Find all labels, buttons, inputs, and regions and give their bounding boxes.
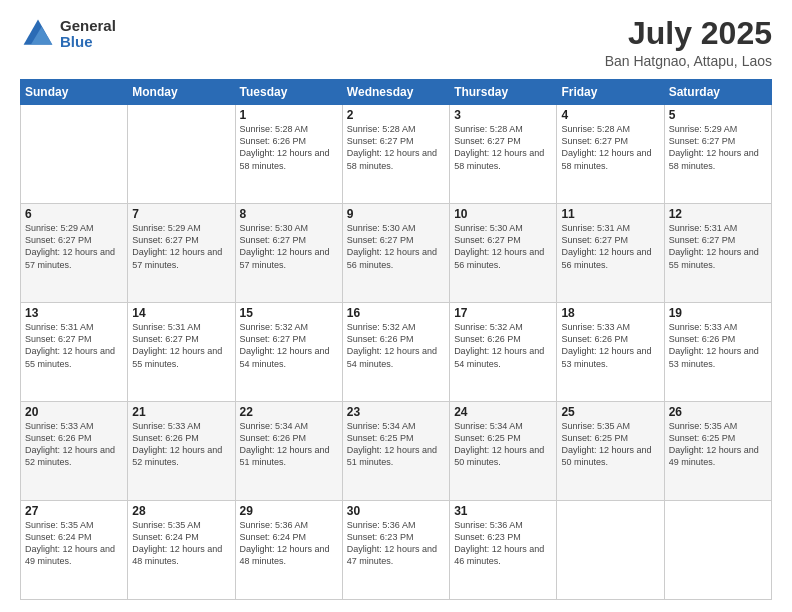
sunrise-text: Sunrise: 5:28 AM bbox=[561, 124, 630, 134]
daylight-text: Daylight: 12 hours and 56 minutes. bbox=[347, 247, 437, 269]
table-row: 20 Sunrise: 5:33 AM Sunset: 6:26 PM Dayl… bbox=[21, 402, 128, 501]
logo-icon bbox=[20, 16, 56, 52]
sunrise-text: Sunrise: 5:36 AM bbox=[347, 520, 416, 530]
logo-general-text: General bbox=[60, 18, 116, 35]
cell-info: Sunrise: 5:33 AM Sunset: 6:26 PM Dayligh… bbox=[561, 321, 659, 370]
cell-info: Sunrise: 5:35 AM Sunset: 6:25 PM Dayligh… bbox=[669, 420, 767, 469]
sunrise-text: Sunrise: 5:34 AM bbox=[347, 421, 416, 431]
daylight-text: Daylight: 12 hours and 54 minutes. bbox=[347, 346, 437, 368]
table-row: 19 Sunrise: 5:33 AM Sunset: 6:26 PM Dayl… bbox=[664, 303, 771, 402]
day-number: 26 bbox=[669, 405, 767, 419]
col-thursday: Thursday bbox=[450, 80, 557, 105]
daylight-text: Daylight: 12 hours and 57 minutes. bbox=[132, 247, 222, 269]
col-wednesday: Wednesday bbox=[342, 80, 449, 105]
cell-info: Sunrise: 5:35 AM Sunset: 6:25 PM Dayligh… bbox=[561, 420, 659, 469]
sunset-text: Sunset: 6:26 PM bbox=[240, 136, 307, 146]
sunrise-text: Sunrise: 5:33 AM bbox=[561, 322, 630, 332]
cell-info: Sunrise: 5:36 AM Sunset: 6:23 PM Dayligh… bbox=[347, 519, 445, 568]
cell-info: Sunrise: 5:33 AM Sunset: 6:26 PM Dayligh… bbox=[132, 420, 230, 469]
page: General Blue July 2025 Ban Hatgnao, Atta… bbox=[0, 0, 792, 612]
day-number: 25 bbox=[561, 405, 659, 419]
sunrise-text: Sunrise: 5:31 AM bbox=[132, 322, 201, 332]
daylight-text: Daylight: 12 hours and 52 minutes. bbox=[132, 445, 222, 467]
cell-info: Sunrise: 5:34 AM Sunset: 6:25 PM Dayligh… bbox=[454, 420, 552, 469]
sunset-text: Sunset: 6:24 PM bbox=[132, 532, 199, 542]
sunset-text: Sunset: 6:25 PM bbox=[454, 433, 521, 443]
calendar-week-5: 27 Sunrise: 5:35 AM Sunset: 6:24 PM Dayl… bbox=[21, 501, 772, 600]
day-number: 22 bbox=[240, 405, 338, 419]
daylight-text: Daylight: 12 hours and 55 minutes. bbox=[669, 247, 759, 269]
sunset-text: Sunset: 6:24 PM bbox=[25, 532, 92, 542]
sunset-text: Sunset: 6:27 PM bbox=[347, 136, 414, 146]
day-number: 29 bbox=[240, 504, 338, 518]
calendar-table: Sunday Monday Tuesday Wednesday Thursday… bbox=[20, 79, 772, 600]
cell-info: Sunrise: 5:35 AM Sunset: 6:24 PM Dayligh… bbox=[132, 519, 230, 568]
daylight-text: Daylight: 12 hours and 54 minutes. bbox=[240, 346, 330, 368]
day-number: 2 bbox=[347, 108, 445, 122]
daylight-text: Daylight: 12 hours and 49 minutes. bbox=[25, 544, 115, 566]
sunrise-text: Sunrise: 5:32 AM bbox=[240, 322, 309, 332]
logo-blue-text: Blue bbox=[60, 34, 116, 51]
table-row: 16 Sunrise: 5:32 AM Sunset: 6:26 PM Dayl… bbox=[342, 303, 449, 402]
sunset-text: Sunset: 6:27 PM bbox=[561, 136, 628, 146]
table-row: 1 Sunrise: 5:28 AM Sunset: 6:26 PM Dayli… bbox=[235, 105, 342, 204]
sunset-text: Sunset: 6:27 PM bbox=[669, 235, 736, 245]
cell-info: Sunrise: 5:28 AM Sunset: 6:27 PM Dayligh… bbox=[561, 123, 659, 172]
sunset-text: Sunset: 6:23 PM bbox=[347, 532, 414, 542]
sunrise-text: Sunrise: 5:33 AM bbox=[669, 322, 738, 332]
sunrise-text: Sunrise: 5:33 AM bbox=[25, 421, 94, 431]
table-row: 8 Sunrise: 5:30 AM Sunset: 6:27 PM Dayli… bbox=[235, 204, 342, 303]
cell-info: Sunrise: 5:31 AM Sunset: 6:27 PM Dayligh… bbox=[561, 222, 659, 271]
daylight-text: Daylight: 12 hours and 48 minutes. bbox=[240, 544, 330, 566]
sunset-text: Sunset: 6:27 PM bbox=[240, 334, 307, 344]
table-row: 3 Sunrise: 5:28 AM Sunset: 6:27 PM Dayli… bbox=[450, 105, 557, 204]
day-number: 16 bbox=[347, 306, 445, 320]
table-row: 10 Sunrise: 5:30 AM Sunset: 6:27 PM Dayl… bbox=[450, 204, 557, 303]
day-number: 28 bbox=[132, 504, 230, 518]
sunset-text: Sunset: 6:27 PM bbox=[25, 334, 92, 344]
table-row bbox=[664, 501, 771, 600]
day-number: 17 bbox=[454, 306, 552, 320]
cell-info: Sunrise: 5:29 AM Sunset: 6:27 PM Dayligh… bbox=[669, 123, 767, 172]
table-row bbox=[557, 501, 664, 600]
sunrise-text: Sunrise: 5:30 AM bbox=[347, 223, 416, 233]
cell-info: Sunrise: 5:32 AM Sunset: 6:27 PM Dayligh… bbox=[240, 321, 338, 370]
sunset-text: Sunset: 6:25 PM bbox=[669, 433, 736, 443]
cell-info: Sunrise: 5:30 AM Sunset: 6:27 PM Dayligh… bbox=[454, 222, 552, 271]
sunrise-text: Sunrise: 5:30 AM bbox=[454, 223, 523, 233]
daylight-text: Daylight: 12 hours and 58 minutes. bbox=[561, 148, 651, 170]
calendar-header-row: Sunday Monday Tuesday Wednesday Thursday… bbox=[21, 80, 772, 105]
logo-text: General Blue bbox=[60, 18, 116, 51]
daylight-text: Daylight: 12 hours and 58 minutes. bbox=[347, 148, 437, 170]
calendar-week-2: 6 Sunrise: 5:29 AM Sunset: 6:27 PM Dayli… bbox=[21, 204, 772, 303]
day-number: 27 bbox=[25, 504, 123, 518]
sunset-text: Sunset: 6:27 PM bbox=[347, 235, 414, 245]
cell-info: Sunrise: 5:36 AM Sunset: 6:23 PM Dayligh… bbox=[454, 519, 552, 568]
table-row: 7 Sunrise: 5:29 AM Sunset: 6:27 PM Dayli… bbox=[128, 204, 235, 303]
table-row: 26 Sunrise: 5:35 AM Sunset: 6:25 PM Dayl… bbox=[664, 402, 771, 501]
calendar-week-4: 20 Sunrise: 5:33 AM Sunset: 6:26 PM Dayl… bbox=[21, 402, 772, 501]
table-row bbox=[21, 105, 128, 204]
col-tuesday: Tuesday bbox=[235, 80, 342, 105]
calendar-week-1: 1 Sunrise: 5:28 AM Sunset: 6:26 PM Dayli… bbox=[21, 105, 772, 204]
day-number: 1 bbox=[240, 108, 338, 122]
daylight-text: Daylight: 12 hours and 48 minutes. bbox=[132, 544, 222, 566]
cell-info: Sunrise: 5:33 AM Sunset: 6:26 PM Dayligh… bbox=[669, 321, 767, 370]
day-number: 11 bbox=[561, 207, 659, 221]
sunset-text: Sunset: 6:27 PM bbox=[240, 235, 307, 245]
sunrise-text: Sunrise: 5:28 AM bbox=[347, 124, 416, 134]
sunrise-text: Sunrise: 5:29 AM bbox=[132, 223, 201, 233]
cell-info: Sunrise: 5:34 AM Sunset: 6:26 PM Dayligh… bbox=[240, 420, 338, 469]
day-number: 3 bbox=[454, 108, 552, 122]
table-row: 23 Sunrise: 5:34 AM Sunset: 6:25 PM Dayl… bbox=[342, 402, 449, 501]
table-row: 24 Sunrise: 5:34 AM Sunset: 6:25 PM Dayl… bbox=[450, 402, 557, 501]
sunrise-text: Sunrise: 5:35 AM bbox=[132, 520, 201, 530]
cell-info: Sunrise: 5:33 AM Sunset: 6:26 PM Dayligh… bbox=[25, 420, 123, 469]
sunrise-text: Sunrise: 5:30 AM bbox=[240, 223, 309, 233]
table-row: 22 Sunrise: 5:34 AM Sunset: 6:26 PM Dayl… bbox=[235, 402, 342, 501]
daylight-text: Daylight: 12 hours and 54 minutes. bbox=[454, 346, 544, 368]
table-row: 4 Sunrise: 5:28 AM Sunset: 6:27 PM Dayli… bbox=[557, 105, 664, 204]
sunset-text: Sunset: 6:25 PM bbox=[347, 433, 414, 443]
table-row: 14 Sunrise: 5:31 AM Sunset: 6:27 PM Dayl… bbox=[128, 303, 235, 402]
cell-info: Sunrise: 5:32 AM Sunset: 6:26 PM Dayligh… bbox=[347, 321, 445, 370]
